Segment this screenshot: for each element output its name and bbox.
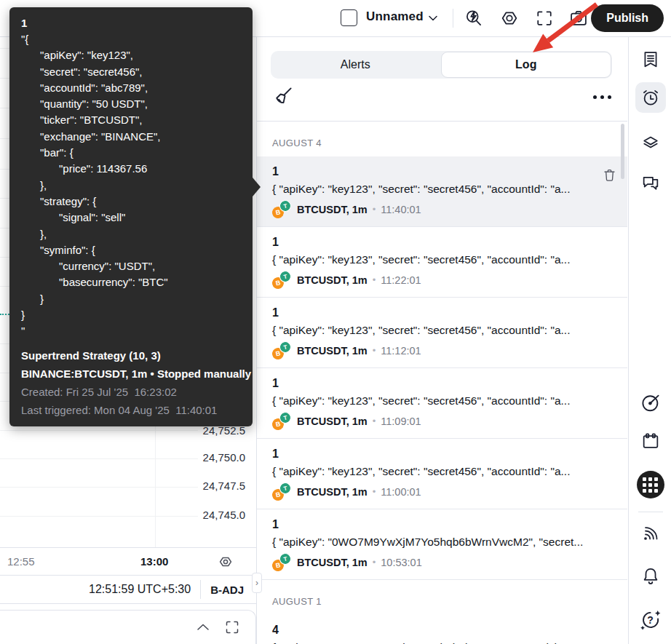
bullet-separator: • (373, 416, 376, 426)
alarm-clock-icon[interactable] (640, 87, 661, 108)
broom-icon (272, 85, 294, 107)
log-entry-symbol: BTCUSDT, 1m (297, 204, 368, 215)
clear-log-button[interactable] (272, 85, 294, 107)
log-date-header: AUGUST 1 (257, 580, 627, 615)
apps-grid-icon[interactable] (637, 471, 664, 498)
tab-log[interactable]: Log (441, 52, 612, 78)
tooltip-strategy-title: Supertrend Strategy (10, 3) (21, 346, 241, 365)
gridline (0, 430, 198, 431)
bullet-separator: • (373, 486, 376, 497)
time-axis[interactable]: 12:55 13:00 (0, 547, 256, 576)
tooltip-json-line: "syminfo": { (21, 242, 241, 258)
log-entry-symbol: BTCUSDT, 1m (297, 416, 368, 427)
log-entry[interactable]: 1 { "apiKey": "0WO7M9YwXjM7Yo5hqb6bWrnVw… (257, 509, 627, 580)
log-entry[interactable]: 1 { "apiKey": "key123", "secret": "secre… (257, 156, 627, 227)
log-entry-message: { "apiKey": "0WO7M9YwXjM7Yo5hqb6bWrnVwcM… (272, 533, 613, 552)
log-entry-count: 1 (272, 516, 613, 533)
tooltip-created: Created: Fri 25 Jul '25 16:23:02 (21, 383, 241, 401)
log-entry[interactable]: 1 { "apiKey": "key123", "secret": "secre… (257, 439, 627, 509)
camera-icon[interactable] (568, 8, 589, 28)
tooltip-json-line: "bar": { (21, 145, 241, 161)
tooltip-json-line: "signal": "sell" (21, 210, 241, 226)
layout-checkbox[interactable] (341, 9, 357, 26)
scrollbar-thumb[interactable] (621, 124, 624, 179)
tooltip-json-line: "basecurrency": "BTC" (21, 274, 241, 290)
watchlist-icon[interactable] (640, 49, 661, 70)
log-entry-count: 1 (272, 445, 613, 462)
tooltip-json-line: } (21, 307, 241, 323)
log-entry-message: { "apiKey": "key123", "secret": "secret4… (272, 250, 613, 269)
btcusdt-pair-icon: B T (272, 271, 292, 289)
tooltip-json-line: }, (21, 178, 241, 194)
tooltip-line-number: 1 (21, 15, 241, 31)
log-entry-time: 11:09:01 (381, 416, 421, 427)
btcusdt-pair-icon: B T (272, 482, 292, 501)
log-entry-time: 11:12:01 (381, 345, 421, 357)
price-tick-label: 24,745.0 (203, 509, 245, 521)
right-sidebar: ? (628, 37, 671, 644)
alerts-log-tabs: Alerts Log (271, 51, 612, 79)
more-options-button[interactable] (593, 95, 611, 99)
log-date-header: AUGUST 4 (257, 122, 627, 156)
log-entry-message: { "apiKey": "0WO7M9YwXjM7Yo5hqb6bWrnVwcM… (272, 638, 613, 644)
publish-button[interactable]: Publish (591, 4, 664, 32)
log-entry-message: { "apiKey": "key123", "secret": "secret4… (272, 391, 613, 410)
tab-alerts[interactable]: Alerts (271, 51, 440, 79)
trash-icon (602, 167, 617, 183)
tooltip-json-line: }, (21, 226, 241, 242)
log-entry[interactable]: 1 { "apiKey": "key123", "secret": "secre… (257, 298, 627, 368)
log-entry-meta: B T BTCUSDT, 1m • 11:40:01 (272, 200, 613, 218)
btcusdt-pair-icon: B T (272, 412, 292, 430)
log-entry-tooltip: 1 "{"apiKey": "key123","secret": "secret… (9, 7, 253, 426)
fullscreen-icon[interactable] (534, 8, 555, 28)
object-tree-icon[interactable] (640, 132, 661, 152)
log-entry-meta: B T BTCUSDT, 1m • 11:12:01 (272, 341, 613, 359)
btcusdt-pair-icon: B T (272, 553, 292, 571)
log-entry-count: 1 (272, 375, 613, 391)
tooltip-pointer (253, 178, 261, 196)
bell-icon[interactable] (640, 565, 661, 586)
settings-hexagon-icon[interactable] (499, 8, 520, 28)
btcusdt-pair-icon: B T (272, 200, 292, 218)
log-entry[interactable]: 1 { "apiKey": "key123", "secret": "secre… (257, 227, 627, 298)
log-entry[interactable]: 1 { "apiKey": "key123", "secret": "secre… (257, 368, 627, 439)
tooltip-json-line: "currency": "USDT", (21, 258, 241, 274)
bullet-separator: • (373, 204, 376, 215)
tooltip-json-line: "quantity": "50 USDT", (21, 96, 241, 112)
tooltip-last-triggered: Last triggered: Mon 04 Aug '25 11:40:01 (21, 401, 241, 419)
delete-log-button[interactable] (602, 167, 617, 183)
tooltip-json-line: "{ (21, 31, 241, 47)
tooltip-json-line: } (21, 291, 241, 307)
flash-search-icon[interactable] (464, 8, 484, 28)
gridline (0, 487, 198, 488)
log-entry-meta: B T BTCUSDT, 1m • 11:22:01 (272, 271, 613, 289)
log-entry-count: 1 (272, 163, 613, 180)
gridline (0, 516, 198, 517)
chat-icon[interactable] (640, 173, 661, 194)
log-entry-symbol: BTCUSDT, 1m (297, 345, 368, 357)
log-list: AUGUST 4 1 { "apiKey": "key123", "secret… (257, 121, 627, 644)
adjustment-toggle[interactable]: B-ADJ (210, 584, 244, 596)
chart-status-bar: 12:51:59 UTC+5:30 B-ADJ (0, 575, 256, 604)
collapse-pane-icon[interactable] (194, 619, 212, 636)
axis-settings-icon[interactable] (217, 553, 234, 571)
maximize-pane-icon[interactable] (223, 619, 241, 636)
clock-time[interactable]: 12:51:59 UTC+5:30 (89, 583, 191, 596)
broadcast-icon[interactable] (640, 523, 661, 544)
hotlist-target-icon[interactable] (640, 391, 662, 413)
log-entry-symbol: BTCUSDT, 1m (297, 486, 368, 498)
tooltip-json-line: "exchange": "BINANCE", (21, 129, 241, 145)
layout-name[interactable]: Unnamed (366, 9, 424, 24)
tooltip-symbol-status: BINANCE:BTCUSDT, 1m • Stopped manually (21, 365, 241, 383)
alerts-log-panel: Alerts Log AUGUST 4 1 { "apiKey": "key12… (257, 37, 627, 644)
status-divider (200, 580, 201, 599)
chevron-down-icon[interactable] (428, 15, 438, 22)
calendar-icon[interactable] (640, 431, 661, 451)
tooltip-json-line: "ticker": "BTCUSDT", (21, 112, 241, 128)
log-entry-meta: B T BTCUSDT, 1m • 11:09:01 (272, 412, 613, 430)
gridline (0, 458, 198, 459)
log-entry-count: 1 (272, 234, 613, 250)
log-entry[interactable]: 4 { "apiKey": "0WO7M9YwXjM7Yo5hqb6bWrnVw… (257, 615, 627, 644)
help-sparkle-icon[interactable]: ? (638, 608, 663, 632)
panel-collapse-handle[interactable]: › (252, 573, 262, 593)
